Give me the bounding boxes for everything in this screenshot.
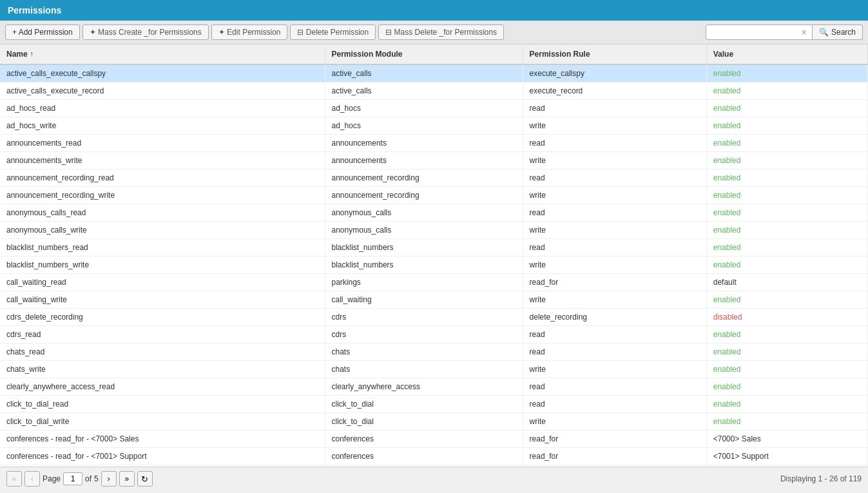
table-row[interactable]: call_waiting_readparkingsread_fordefault bbox=[0, 274, 868, 291]
cell-rule: read bbox=[523, 396, 706, 413]
table-row[interactable]: announcement_recording_readannouncement_… bbox=[0, 169, 868, 187]
cell-name: call_waiting_write bbox=[0, 291, 325, 309]
delete-permission-button[interactable]: ⊟ Delete Permission bbox=[290, 24, 376, 40]
cell-name: cdrs_delete_recording bbox=[0, 309, 325, 326]
cell-value: enabled bbox=[706, 222, 867, 239]
table-row[interactable]: ad_hocs_readad_hocsreadenabled bbox=[0, 100, 868, 117]
table-row[interactable]: chats_writechatswriteenabled bbox=[0, 361, 868, 378]
cell-module: anonymous_calls bbox=[325, 204, 523, 222]
cell-value: disabled bbox=[706, 309, 867, 326]
table-row[interactable]: blacklist_numbers_writeblacklist_numbers… bbox=[0, 256, 868, 274]
table-row[interactable]: cdrs_readcdrsreadenabled bbox=[0, 326, 868, 343]
col-value: Value bbox=[706, 44, 867, 64]
cell-value: enabled bbox=[706, 396, 867, 413]
cell-name: ad_hocs_write bbox=[0, 117, 325, 135]
cell-module: announcements bbox=[325, 135, 523, 152]
cell-value: enabled bbox=[706, 343, 867, 361]
cell-value: enabled bbox=[706, 187, 867, 204]
table-row[interactable]: anonymous_calls_writeanonymous_callswrit… bbox=[0, 222, 868, 239]
table-row[interactable]: blacklist_numbers_readblacklist_numbersr… bbox=[0, 239, 868, 256]
table-row[interactable]: clearly_anywhere_access_readclearly_anyw… bbox=[0, 378, 868, 396]
table-row[interactable]: click_to_dial_readclick_to_dialreadenabl… bbox=[0, 396, 868, 413]
cell-name: ad_hocs_read bbox=[0, 100, 325, 117]
cell-module: parkings bbox=[325, 274, 523, 291]
search-input[interactable] bbox=[710, 28, 800, 37]
cell-value: enabled bbox=[706, 204, 867, 222]
table-row[interactable]: conferences - read_for - <7000> Salescon… bbox=[0, 430, 868, 448]
footer: « ‹ Page of 5 › » ↻ Displaying 1 - 26 of… bbox=[0, 467, 868, 490]
page-input[interactable] bbox=[63, 472, 82, 485]
search-icon: 🔍 bbox=[819, 28, 829, 37]
cell-module: announcement_recording bbox=[325, 187, 523, 204]
cell-rule: read bbox=[523, 204, 706, 222]
edit-permission-button[interactable]: ✦ Edit Permission bbox=[211, 24, 288, 40]
cell-value: <7000> Sales bbox=[706, 430, 867, 448]
cell-rule: read bbox=[523, 343, 706, 361]
mass-create-button[interactable]: ✦ Mass Create _for Permissions bbox=[82, 24, 209, 40]
table-row[interactable]: announcements_readannouncementsreadenabl… bbox=[0, 135, 868, 152]
table-row[interactable]: active_calls_execute_callspyactive_calls… bbox=[0, 64, 868, 82]
cell-name: cdrs_read bbox=[0, 326, 325, 343]
table-row[interactable]: announcement_recording_writeannouncement… bbox=[0, 187, 868, 204]
cell-module: cdrs bbox=[325, 309, 523, 326]
cell-value: enabled bbox=[706, 291, 867, 309]
add-permission-button[interactable]: + Add Permission bbox=[5, 24, 80, 40]
cell-rule: read bbox=[523, 378, 706, 396]
cell-name: anonymous_calls_write bbox=[0, 222, 325, 239]
cell-module: ad_hocs bbox=[325, 100, 523, 117]
cell-value: enabled bbox=[706, 413, 867, 430]
table-row[interactable]: conferences - read_for - <7001> Supportc… bbox=[0, 448, 868, 465]
cell-value: enabled bbox=[706, 239, 867, 256]
cell-rule: execute_callspy bbox=[523, 64, 706, 82]
search-button[interactable]: 🔍 Search bbox=[813, 24, 863, 40]
cell-name: anonymous_calls_read bbox=[0, 204, 325, 222]
table-row[interactable]: cdrs_delete_recordingcdrsdelete_recordin… bbox=[0, 309, 868, 326]
table-row[interactable]: active_calls_execute_recordactive_callse… bbox=[0, 82, 868, 100]
table-row[interactable]: chats_readchatsreadenabled bbox=[0, 343, 868, 361]
cell-rule: write bbox=[523, 256, 706, 274]
table-container: Name ↑ Permission Module Permission Rule… bbox=[0, 44, 868, 467]
cell-rule: read bbox=[523, 100, 706, 117]
col-name: Name ↑ bbox=[0, 44, 325, 64]
pagination: « ‹ Page of 5 › » ↻ bbox=[6, 471, 153, 487]
cell-value: enabled bbox=[706, 169, 867, 187]
cell-rule: read bbox=[523, 326, 706, 343]
col-module: Permission Module bbox=[325, 44, 523, 64]
page-label: Page bbox=[43, 474, 61, 483]
cell-rule: read_for bbox=[523, 274, 706, 291]
table-row[interactable]: announcements_writeannouncementswriteena… bbox=[0, 152, 868, 169]
table-row[interactable]: ad_hocs_writead_hocswriteenabled bbox=[0, 117, 868, 135]
cell-name: blacklist_numbers_read bbox=[0, 239, 325, 256]
cell-value: enabled bbox=[706, 64, 867, 82]
table-row[interactable]: anonymous_calls_readanonymous_callsreade… bbox=[0, 204, 868, 222]
table-row[interactable]: click_to_dial_writeclick_to_dialwriteena… bbox=[0, 413, 868, 430]
cell-name: blacklist_numbers_write bbox=[0, 256, 325, 274]
cell-module: click_to_dial bbox=[325, 413, 523, 430]
cell-name: chats_read bbox=[0, 343, 325, 361]
toolbar: + Add Permission ✦ Mass Create _for Perm… bbox=[0, 21, 868, 44]
cell-value: enabled bbox=[706, 326, 867, 343]
cell-rule: write bbox=[523, 413, 706, 430]
cell-value: default bbox=[706, 274, 867, 291]
cell-value: enabled bbox=[706, 152, 867, 169]
cell-value: <7001> Support bbox=[706, 448, 867, 465]
cell-value: enabled bbox=[706, 82, 867, 100]
prev-page-button[interactable]: ‹ bbox=[24, 471, 40, 487]
search-clear-icon[interactable]: × bbox=[800, 27, 808, 37]
search-area: × 🔍 Search bbox=[706, 24, 863, 40]
next-page-button[interactable]: › bbox=[101, 471, 117, 487]
cell-module: active_calls bbox=[325, 82, 523, 100]
cell-name: clearly_anywhere_access_read bbox=[0, 378, 325, 396]
display-info: Displaying 1 - 26 of 119 bbox=[780, 474, 862, 483]
cell-rule: read bbox=[523, 169, 706, 187]
table-row[interactable]: call_waiting_writecall_waitingwriteenabl… bbox=[0, 291, 868, 309]
first-page-button[interactable]: « bbox=[6, 471, 22, 487]
cell-value: enabled bbox=[706, 135, 867, 152]
total-pages: 5 bbox=[94, 474, 99, 483]
mass-delete-button[interactable]: ⊟ Mass Delete _for Permissions bbox=[378, 24, 504, 40]
cell-name: conferences - read_for - <7000> Sales bbox=[0, 430, 325, 448]
col-rule: Permission Rule bbox=[523, 44, 706, 64]
last-page-button[interactable]: » bbox=[119, 471, 135, 487]
table-header-row: Name ↑ Permission Module Permission Rule… bbox=[0, 44, 868, 64]
refresh-button[interactable]: ↻ bbox=[137, 471, 153, 487]
